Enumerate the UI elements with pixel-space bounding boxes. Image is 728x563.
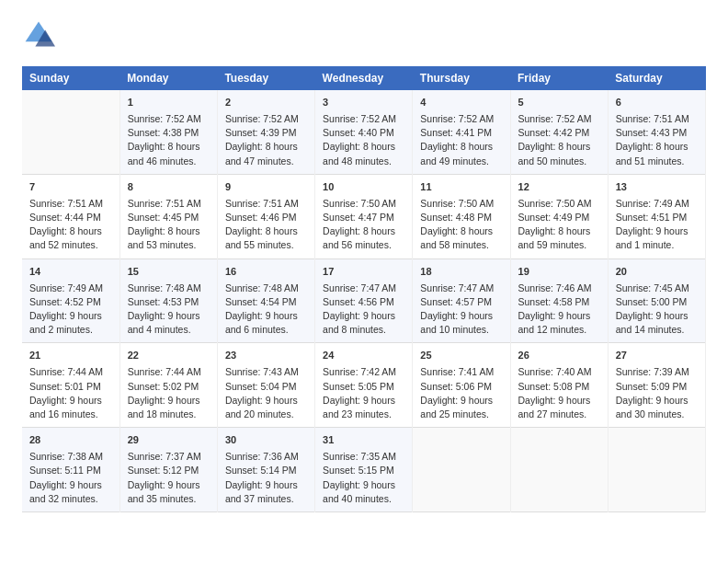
day-info-line: Daylight: 8 hours xyxy=(323,140,404,154)
day-info-line: Sunrise: 7:51 AM xyxy=(29,197,112,211)
day-number: 10 xyxy=(323,180,404,195)
day-info-line: Sunrise: 7:52 AM xyxy=(518,112,600,126)
day-info-line: and 25 minutes. xyxy=(420,408,502,421)
day-info-line: and 4 minutes. xyxy=(128,323,210,337)
day-number: 1 xyxy=(128,96,210,110)
calendar-cell: 25Sunrise: 7:41 AMSunset: 5:06 PMDayligh… xyxy=(413,343,510,428)
day-info-line: Sunrise: 7:52 AM xyxy=(420,112,502,126)
day-info-line: and 47 minutes. xyxy=(225,155,307,168)
calendar-cell: 9Sunrise: 7:51 AMSunset: 4:46 PMDaylight… xyxy=(217,174,314,259)
weekday-header-thursday: Thursday xyxy=(413,66,510,90)
calendar-cell: 30Sunrise: 7:36 AMSunset: 5:14 PMDayligh… xyxy=(217,428,314,512)
day-info-line: Daylight: 8 hours xyxy=(616,140,698,154)
day-number: 3 xyxy=(323,96,404,110)
day-info-line: and 46 minutes. xyxy=(128,155,210,168)
calendar-cell: 24Sunrise: 7:42 AMSunset: 5:05 PMDayligh… xyxy=(315,343,413,428)
day-info-line: Daylight: 8 hours xyxy=(128,224,210,238)
day-info-line: Sunset: 4:39 PM xyxy=(225,126,307,140)
day-info-line: and 12 minutes. xyxy=(518,323,600,337)
day-number: 9 xyxy=(225,180,307,195)
day-info-line: and 58 minutes. xyxy=(420,238,502,252)
calendar-cell: 22Sunrise: 7:44 AMSunset: 5:02 PMDayligh… xyxy=(119,343,217,428)
calendar-table: SundayMondayTuesdayWednesdayThursdayFrid… xyxy=(22,66,706,512)
day-info-line: and 23 minutes. xyxy=(323,408,404,421)
day-info-line: and 40 minutes. xyxy=(323,492,404,506)
day-number: 8 xyxy=(128,180,210,195)
day-info-line: Daylight: 9 hours xyxy=(225,309,307,323)
day-number: 13 xyxy=(616,180,698,195)
day-number: 19 xyxy=(518,265,600,280)
day-info-line: Sunset: 5:15 PM xyxy=(323,464,404,477)
day-number: 21 xyxy=(29,349,112,363)
day-info-line: Sunrise: 7:44 AM xyxy=(29,365,112,379)
calendar-cell: 6Sunrise: 7:51 AMSunset: 4:43 PMDaylight… xyxy=(608,90,705,174)
day-info-line: Sunrise: 7:49 AM xyxy=(29,282,112,295)
day-info-line: Sunset: 4:57 PM xyxy=(420,295,502,309)
day-number: 5 xyxy=(518,96,600,110)
weekday-header-tuesday: Tuesday xyxy=(217,66,314,90)
day-info-line: Daylight: 8 hours xyxy=(225,140,307,154)
day-info-line: Daylight: 9 hours xyxy=(518,394,600,408)
calendar-cell: 17Sunrise: 7:47 AMSunset: 4:56 PMDayligh… xyxy=(315,259,413,343)
day-info-line: Daylight: 8 hours xyxy=(225,224,307,238)
day-number: 4 xyxy=(420,96,502,110)
day-info-line: Sunrise: 7:44 AM xyxy=(128,365,210,379)
day-info-line: Sunset: 4:56 PM xyxy=(323,295,404,309)
day-number: 26 xyxy=(518,349,600,363)
day-number: 31 xyxy=(323,433,404,448)
day-info-line: Sunrise: 7:51 AM xyxy=(128,197,210,211)
day-info-line: Sunset: 4:52 PM xyxy=(29,295,112,309)
day-info-line: Sunrise: 7:35 AM xyxy=(323,450,404,464)
weekday-header-wednesday: Wednesday xyxy=(315,66,413,90)
day-info-line: and 8 minutes. xyxy=(323,323,404,337)
day-info-line: Sunset: 4:38 PM xyxy=(128,126,210,140)
day-info-line: and 55 minutes. xyxy=(225,238,307,252)
calendar-cell: 3Sunrise: 7:52 AMSunset: 4:40 PMDaylight… xyxy=(315,90,413,174)
day-info-line: Daylight: 9 hours xyxy=(128,478,210,492)
calendar-cell: 20Sunrise: 7:45 AMSunset: 5:00 PMDayligh… xyxy=(608,259,705,343)
calendar-cell: 10Sunrise: 7:50 AMSunset: 4:47 PMDayligh… xyxy=(315,174,413,259)
day-info-line: Sunrise: 7:47 AM xyxy=(323,282,404,295)
calendar-cell: 14Sunrise: 7:49 AMSunset: 4:52 PMDayligh… xyxy=(22,259,119,343)
day-info-line: Daylight: 9 hours xyxy=(323,309,404,323)
day-info-line: Sunset: 5:12 PM xyxy=(128,464,210,477)
day-info-line: Daylight: 8 hours xyxy=(518,140,600,154)
day-info-line: Daylight: 9 hours xyxy=(616,224,698,238)
day-info-line: and 53 minutes. xyxy=(128,238,210,252)
week-row-4: 21Sunrise: 7:44 AMSunset: 5:01 PMDayligh… xyxy=(22,343,706,428)
calendar-cell: 27Sunrise: 7:39 AMSunset: 5:09 PMDayligh… xyxy=(608,343,705,428)
weekday-header-sunday: Sunday xyxy=(22,66,119,90)
day-info-line: Sunrise: 7:36 AM xyxy=(225,450,307,464)
weekday-header-row: SundayMondayTuesdayWednesdayThursdayFrid… xyxy=(22,66,706,90)
day-info-line: Sunrise: 7:50 AM xyxy=(518,197,600,211)
day-info-line: Daylight: 8 hours xyxy=(323,224,404,238)
calendar-cell xyxy=(510,428,608,512)
day-info-line: and 51 minutes. xyxy=(616,155,698,168)
day-info-line: Sunset: 5:02 PM xyxy=(128,380,210,394)
calendar-cell: 5Sunrise: 7:52 AMSunset: 4:42 PMDaylight… xyxy=(510,90,608,174)
week-row-3: 14Sunrise: 7:49 AMSunset: 4:52 PMDayligh… xyxy=(22,259,706,343)
calendar-cell: 12Sunrise: 7:50 AMSunset: 4:49 PMDayligh… xyxy=(510,174,608,259)
calendar-cell xyxy=(22,90,119,174)
day-number: 20 xyxy=(616,265,698,280)
day-info-line: Daylight: 8 hours xyxy=(420,224,502,238)
calendar-cell: 1Sunrise: 7:52 AMSunset: 4:38 PMDaylight… xyxy=(119,90,217,174)
day-info-line: Sunrise: 7:45 AM xyxy=(616,282,698,295)
calendar-cell: 28Sunrise: 7:38 AMSunset: 5:11 PMDayligh… xyxy=(22,428,119,512)
week-row-5: 28Sunrise: 7:38 AMSunset: 5:11 PMDayligh… xyxy=(22,428,706,512)
day-info-line: and 2 minutes. xyxy=(29,323,112,337)
day-info-line: Sunset: 5:08 PM xyxy=(518,380,600,394)
day-info-line: Sunrise: 7:37 AM xyxy=(128,450,210,464)
day-info-line: and 35 minutes. xyxy=(128,492,210,506)
calendar-cell: 18Sunrise: 7:47 AMSunset: 4:57 PMDayligh… xyxy=(413,259,510,343)
week-row-2: 7Sunrise: 7:51 AMSunset: 4:44 PMDaylight… xyxy=(22,174,706,259)
day-info-line: Daylight: 9 hours xyxy=(128,309,210,323)
day-info-line: Sunset: 5:14 PM xyxy=(225,464,307,477)
day-info-line: Sunrise: 7:41 AM xyxy=(420,365,502,379)
day-number: 25 xyxy=(420,349,502,363)
day-number: 16 xyxy=(225,265,307,280)
day-info-line: Daylight: 9 hours xyxy=(29,478,112,492)
day-number: 15 xyxy=(128,265,210,280)
day-info-line: and 14 minutes. xyxy=(616,323,698,337)
day-info-line: and 37 minutes. xyxy=(225,492,307,506)
